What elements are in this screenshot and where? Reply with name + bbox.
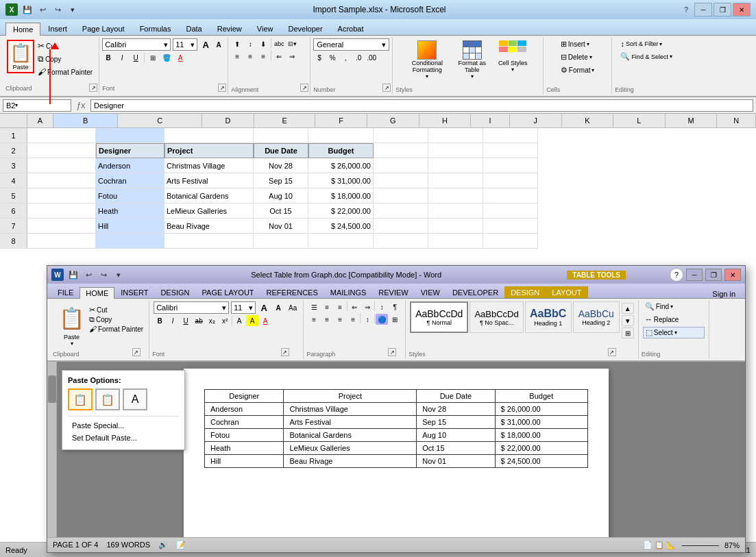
cell-a2[interactable] bbox=[27, 143, 96, 158]
cell-d6[interactable]: Oct 15 bbox=[254, 203, 308, 219]
col-header-h[interactable]: H bbox=[419, 114, 472, 127]
tab-home[interactable]: Home bbox=[5, 23, 40, 36]
table-cell[interactable]: Beau Rivage bbox=[284, 455, 417, 468]
bottom-align-btn[interactable]: ⬇ bbox=[257, 38, 269, 49]
table-cell[interactable]: Nov 01 bbox=[417, 455, 495, 468]
redo-quick-btn[interactable]: ↪ bbox=[51, 3, 64, 16]
word-subscript-btn[interactable]: x₂ bbox=[206, 315, 218, 326]
insert-button[interactable]: ⊞ Insert ▾ bbox=[558, 38, 598, 50]
cell-b4[interactable]: Cochran bbox=[96, 173, 164, 188]
align-right-btn[interactable]: ≡ bbox=[257, 51, 269, 62]
merge-btn[interactable]: ⊟▾ bbox=[286, 38, 298, 49]
table-cell[interactable]: Oct 15 bbox=[417, 442, 495, 455]
cell-f8[interactable] bbox=[374, 234, 428, 249]
table-cell[interactable]: Arts Festival bbox=[284, 416, 417, 429]
cell-f6[interactable] bbox=[374, 203, 428, 219]
word-multilevel-btn[interactable]: ≡ bbox=[334, 301, 346, 312]
cell-f4[interactable] bbox=[374, 173, 428, 188]
cell-styles-button[interactable]: Cell Styles ▾ bbox=[495, 38, 531, 75]
word-italic-button[interactable]: I bbox=[167, 315, 179, 326]
row-num-4[interactable]: 4 bbox=[0, 173, 27, 188]
save-quick-btn[interactable]: 💾 bbox=[21, 3, 34, 16]
font-name-dropdown[interactable]: Calibri▾ bbox=[102, 38, 171, 51]
cell-a1[interactable] bbox=[27, 128, 96, 143]
word-justify-btn[interactable]: ≡ bbox=[347, 314, 359, 325]
word-align-center-btn[interactable]: ≡ bbox=[321, 314, 333, 325]
paste-option-keep-text[interactable]: A bbox=[123, 388, 147, 410]
word-font-expand-btn[interactable]: ↗ bbox=[281, 348, 289, 356]
cell-c7[interactable]: Beau Rivage bbox=[164, 219, 254, 234]
cell-d8[interactable] bbox=[254, 234, 308, 249]
word-shading-btn[interactable]: 🔵 bbox=[376, 314, 388, 325]
word-tab-design[interactable]: DESIGN bbox=[154, 286, 195, 298]
table-cell[interactable]: Hill bbox=[205, 455, 284, 468]
tab-data[interactable]: Data bbox=[178, 22, 209, 35]
decrease-indent-btn[interactable]: ⇐ bbox=[273, 51, 285, 62]
word-tab-developer[interactable]: DEVELOPER bbox=[446, 286, 504, 298]
cell-b8[interactable] bbox=[96, 234, 164, 249]
style-heading2[interactable]: AaBbCu Heading 2 bbox=[573, 301, 620, 333]
paste-option-keep-source[interactable]: 📋 bbox=[68, 388, 93, 410]
format-painter-button[interactable]: 🖌 Format Painter bbox=[36, 66, 95, 78]
row-num-3[interactable]: 3 bbox=[0, 158, 27, 173]
delete-button[interactable]: ⊟ Delete ▾ bbox=[558, 51, 598, 63]
word-tab-insert[interactable]: INSERT bbox=[114, 286, 154, 298]
clipboard-expand-btn[interactable]: ↗ bbox=[89, 84, 97, 92]
table-cell[interactable]: $ 31,000.00 bbox=[495, 416, 587, 429]
col-header-n[interactable]: N bbox=[717, 114, 756, 127]
cell-f1[interactable] bbox=[374, 128, 428, 143]
word-help-btn[interactable]: ? bbox=[670, 268, 683, 282]
cell-f2[interactable] bbox=[374, 143, 428, 158]
styles-scroll-up-btn[interactable]: ▲ bbox=[622, 303, 634, 314]
decrease-decimal-btn[interactable]: .00 bbox=[365, 52, 378, 63]
tab-page-layout[interactable]: Page Layout bbox=[75, 22, 132, 35]
table-cell[interactable]: $ 22,000.00 bbox=[495, 442, 587, 455]
number-format-dropdown[interactable]: General▾ bbox=[313, 38, 389, 51]
col-header-g[interactable]: G bbox=[367, 114, 419, 127]
conditional-formatting-button[interactable]: Conditional Formatting ▾ bbox=[405, 38, 450, 82]
col-header-b[interactable]: B bbox=[53, 114, 118, 127]
word-undo-btn[interactable]: ↩ bbox=[82, 268, 95, 282]
cell-a6[interactable] bbox=[27, 203, 96, 219]
word-align-left-btn[interactable]: ≡ bbox=[308, 314, 320, 325]
cell-b6[interactable]: Heath bbox=[96, 203, 164, 219]
cell-h3[interactable] bbox=[483, 158, 538, 173]
borders-btn[interactable]: ⊞ bbox=[147, 52, 159, 63]
row-num-6[interactable]: 6 bbox=[0, 203, 27, 219]
style-heading1[interactable]: AaBbC Heading 1 bbox=[525, 301, 572, 333]
increase-font-btn[interactable]: A bbox=[199, 39, 212, 50]
word-save-btn[interactable]: 💾 bbox=[66, 268, 80, 282]
word-sort-btn[interactable]: ↕ bbox=[376, 301, 388, 312]
cell-g2[interactable] bbox=[428, 143, 483, 158]
table-cell[interactable]: Anderson bbox=[205, 403, 284, 416]
word-underline-button[interactable]: U bbox=[180, 315, 192, 326]
word-tab-table-design[interactable]: DESIGN bbox=[504, 286, 546, 298]
word-tab-file[interactable]: FILE bbox=[51, 286, 80, 298]
styles-scroll-down-btn[interactable]: ▼ bbox=[622, 315, 634, 326]
table-cell[interactable]: Heath bbox=[205, 442, 284, 455]
top-align-btn[interactable]: ⬆ bbox=[231, 38, 243, 49]
col-header-a[interactable]: A bbox=[27, 114, 53, 127]
cell-c5[interactable]: Botanical Gardens bbox=[164, 188, 254, 203]
cell-b3[interactable]: Anderson bbox=[96, 158, 164, 173]
row-num-1[interactable]: 1 bbox=[0, 128, 27, 143]
cell-f7[interactable] bbox=[374, 219, 428, 234]
cell-h5[interactable] bbox=[483, 188, 538, 203]
underline-button[interactable]: U bbox=[130, 52, 142, 63]
word-select-button[interactable]: ⬚ Select ▾ bbox=[643, 327, 705, 338]
cell-g6[interactable] bbox=[428, 203, 483, 219]
cell-b7[interactable]: Hill bbox=[96, 219, 164, 234]
formula-input[interactable]: Designer bbox=[90, 99, 753, 112]
align-left-btn[interactable]: ≡ bbox=[231, 51, 243, 62]
cell-g7[interactable] bbox=[428, 219, 483, 234]
cell-a5[interactable] bbox=[27, 188, 96, 203]
word-superscript-btn[interactable]: x² bbox=[219, 315, 231, 326]
sign-in-button[interactable]: Sign in bbox=[707, 290, 741, 298]
cell-d7[interactable]: Nov 01 bbox=[254, 219, 308, 234]
cell-e1[interactable] bbox=[308, 128, 374, 143]
style-normal[interactable]: AaBbCcDd ¶ Normal bbox=[410, 301, 468, 333]
col-header-j[interactable]: J bbox=[510, 114, 562, 127]
word-replace-button[interactable]: ↔ Replace bbox=[643, 314, 705, 324]
word-cut-button[interactable]: ✂ Cut bbox=[89, 306, 143, 314]
cell-c2[interactable]: Project bbox=[164, 143, 254, 158]
